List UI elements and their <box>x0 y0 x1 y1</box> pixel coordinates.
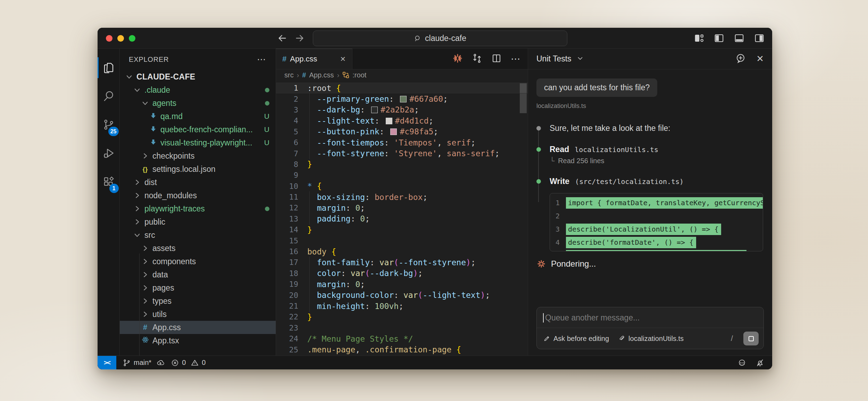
warnings-icon <box>191 359 199 367</box>
forward-arrow-icon[interactable] <box>294 33 305 44</box>
chat-input[interactable]: Queue another message... <box>537 307 763 328</box>
back-arrow-icon[interactable] <box>277 33 288 44</box>
claude-code-icon[interactable] <box>452 53 463 65</box>
code-line: 25.menu-page, .confirmation-page { <box>276 344 528 355</box>
breadcrumb-separator-icon: › <box>337 71 340 79</box>
breadcrumb-symbol[interactable]: :root <box>352 71 366 79</box>
tree-item-assets[interactable]: assets <box>120 242 276 255</box>
stop-button[interactable] <box>743 332 759 345</box>
breadcrumb-file[interactable]: App.css <box>309 71 334 79</box>
color-swatch[interactable] <box>400 96 407 102</box>
md-file-icon <box>149 125 158 134</box>
pencil-icon <box>543 335 551 342</box>
tree-item-checkpoints[interactable]: checkpoints <box>120 149 276 162</box>
tree-item-quebec-french-complian-[interactable]: quebec-french-complian...U <box>120 123 276 136</box>
tree-item-src[interactable]: src <box>120 228 276 242</box>
tree-item-data[interactable]: data <box>120 268 276 281</box>
tree-item-types[interactable]: types <box>120 294 276 308</box>
remote-indicator[interactable]: >< <box>98 356 116 369</box>
minimize-window-button[interactable] <box>117 35 124 42</box>
tool-file: localizationUtils.ts <box>575 145 658 154</box>
toggle-primary-sidebar-icon[interactable] <box>714 33 724 43</box>
tree-item-node-modules[interactable]: node_modules <box>120 189 276 202</box>
sync-publish-icon[interactable] <box>156 359 165 367</box>
code-text: margin: 0; <box>298 280 365 289</box>
tree-item-visual-testing-playwright-[interactable]: visual-testing-playwright...U <box>120 136 276 149</box>
new-chat-icon[interactable] <box>735 53 746 65</box>
explorer-title: EXPLORER <box>129 56 169 64</box>
editor-more-actions-icon[interactable]: ⋯ <box>511 56 521 62</box>
search-icon <box>414 35 422 42</box>
notifications-muted-icon[interactable] <box>756 358 765 367</box>
tree-item--claude[interactable]: .claude <box>120 83 276 97</box>
chat-input-box[interactable]: Queue another message... Ask before edit… <box>536 307 764 349</box>
activity-item-run-debug[interactable] <box>98 139 120 167</box>
code-line: 22} <box>276 311 528 322</box>
diff-line: 3describe('LocalizationUtil', () => { <box>550 223 763 236</box>
tree-item-agents[interactable]: agents <box>120 97 276 110</box>
color-swatch[interactable] <box>386 118 392 124</box>
code-text: } <box>298 225 312 234</box>
close-panel-icon[interactable]: ✕ <box>756 53 764 64</box>
tree-item-label: checkpoints <box>152 151 194 161</box>
git-branch-icon <box>123 359 131 367</box>
tree-item-claude-cafe[interactable]: CLAUDE-CAFE <box>120 70 276 83</box>
tree-item-app-css[interactable]: #App.css <box>120 321 276 334</box>
close-window-button[interactable] <box>106 35 112 42</box>
tree-item-public[interactable]: public <box>120 215 276 228</box>
edit-mode-selector[interactable]: Ask before editing <box>543 335 609 343</box>
code-line: 8} <box>276 159 528 170</box>
toggle-panel-icon[interactable] <box>734 33 744 43</box>
assistant-intro: Sure, let me take a look at the file: <box>550 124 764 133</box>
activity-item-extensions[interactable]: 1 <box>98 167 120 196</box>
command-center-search[interactable]: claude-cafe <box>313 31 567 46</box>
tree-item-dist[interactable]: dist <box>120 176 276 189</box>
tree-item-qa-md[interactable]: qa.mdU <box>120 110 276 123</box>
tree-item-components[interactable]: components <box>120 255 276 268</box>
chevron-collapsed-icon <box>141 270 150 279</box>
toggle-secondary-sidebar-icon[interactable] <box>754 33 765 43</box>
attached-file-chip[interactable]: localizationUtils.ts <box>618 335 684 343</box>
modified-dot-badge <box>265 88 269 92</box>
copilot-icon[interactable] <box>737 358 746 367</box>
code-line: 19 margin: 0; <box>276 279 528 290</box>
breadcrumb-src[interactable]: src <box>284 71 294 79</box>
code-text: --dark-bg: #2a2b2a; <box>298 105 419 114</box>
code-editor[interactable]: 1:root {2 --primary-green: #667a60;3 --d… <box>276 81 528 356</box>
line-number: 22 <box>276 312 298 321</box>
slash-command-hint[interactable]: / <box>731 334 739 343</box>
diff-line: 5 it('should format date correctly', () … <box>550 249 763 251</box>
customize-layout-icon[interactable] <box>694 33 704 43</box>
diff-line: 2 <box>550 209 763 223</box>
breadcrumb[interactable]: src › # App.css › :root <box>276 69 528 81</box>
user-message: can you add tests for this file? <box>536 78 657 97</box>
tab-app-css[interactable]: # App.css ✕ <box>276 49 352 69</box>
traffic-lights <box>106 35 135 42</box>
activity-item-search[interactable] <box>98 82 120 110</box>
panel-header: Unit Tests ✕ <box>528 49 772 69</box>
activity-item-source-control[interactable]: 25 <box>98 110 120 139</box>
code-line: 14} <box>276 224 528 235</box>
claude-spinner-icon <box>536 259 546 269</box>
compare-changes-icon[interactable] <box>472 53 482 65</box>
split-editor-icon[interactable] <box>491 53 502 65</box>
code-line: 10* { <box>276 181 528 192</box>
tree-item-utils[interactable]: utils <box>120 308 276 321</box>
chevron-expanded-icon <box>133 85 142 94</box>
css-rule-symbol-icon <box>342 72 349 78</box>
chevron-down-icon[interactable] <box>576 55 584 64</box>
close-tab-icon[interactable]: ✕ <box>340 55 346 63</box>
zoom-window-button[interactable] <box>129 35 135 42</box>
code-text: :root { <box>298 84 341 93</box>
tree-item-pages[interactable]: pages <box>120 281 276 294</box>
tree-item-settings-local-json[interactable]: {}settings.local.json <box>120 162 276 176</box>
git-branch-status[interactable]: main* <box>123 359 165 367</box>
tree-item-app-tsx[interactable]: App.tsx <box>120 334 276 347</box>
tree-item-playwright-traces[interactable]: playwright-traces <box>120 202 276 215</box>
activity-item-explorer[interactable] <box>98 53 120 82</box>
color-swatch[interactable] <box>371 107 378 113</box>
chat-input-footer: Ask before editing localizationUtils.ts … <box>537 328 763 349</box>
color-swatch[interactable] <box>390 128 397 135</box>
problems-status[interactable]: 0 0 <box>171 359 206 367</box>
explorer-more-actions-icon[interactable]: ⋯ <box>257 54 267 65</box>
